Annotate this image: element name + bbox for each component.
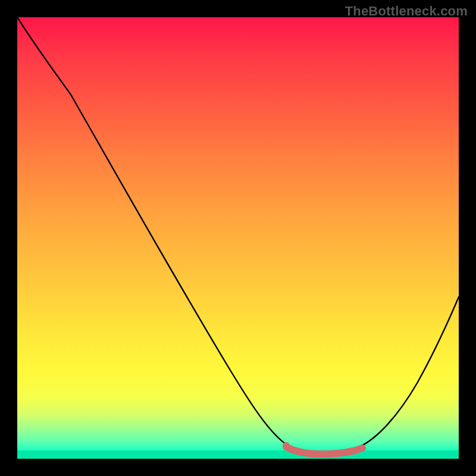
optimal-range-highlight: [286, 447, 362, 454]
watermark-text: TheBottleneck.com: [345, 4, 468, 19]
curve-layer: [17, 17, 459, 459]
highlight-start-dot: [283, 442, 290, 449]
plot-area: [17, 17, 459, 459]
chart-frame: TheBottleneck.com: [0, 0, 476, 476]
bottleneck-curve: [17, 17, 459, 453]
